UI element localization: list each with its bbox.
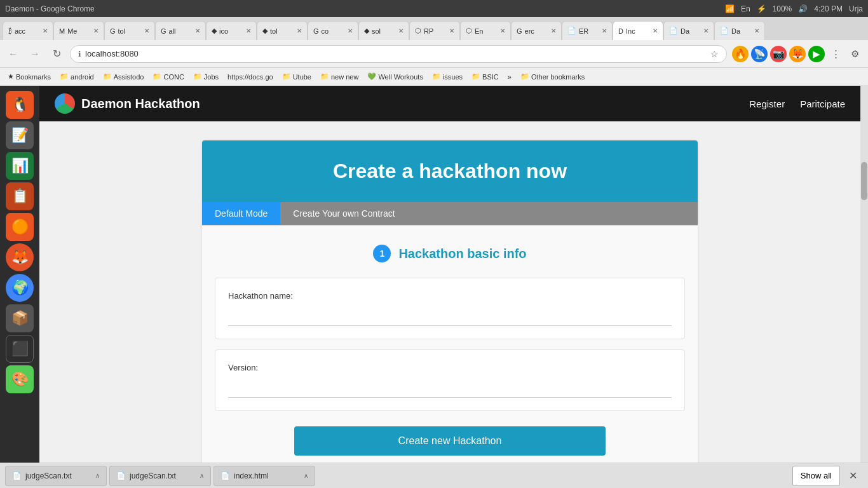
sidebar-icon-calc[interactable]: 📊 — [6, 152, 34, 180]
app-nav-links: Register Paritcipate — [749, 98, 845, 109]
sidebar-icon-impress[interactable]: 📋 — [6, 182, 34, 210]
browser-tab-t10[interactable]: ⬡En✕ — [460, 21, 511, 40]
sidebar-icon-store[interactable]: 🟠 — [6, 213, 34, 241]
browser-tab-t12[interactable]: 📄ER✕ — [562, 21, 613, 40]
folder-icon: 📁 — [282, 72, 291, 81]
hackathon-name-input[interactable] — [228, 306, 672, 326]
browser-tab-t1[interactable]: ₿acc✕ — [3, 21, 53, 40]
tab-custom-contract[interactable]: Create Your own Contract — [280, 202, 407, 225]
ext2-button[interactable]: 🦊 — [789, 46, 806, 62]
bookmark-label: Other bookmarks — [531, 73, 585, 81]
bookmark-newnew[interactable]: 📁 new new — [318, 71, 361, 82]
sidebar-icon-files[interactable]: 📝 — [6, 121, 34, 149]
bookmark-android[interactable]: 📁 android — [57, 71, 97, 82]
taskbar-item-judgescan2[interactable]: 📄 judgeScan.txt ∧ — [109, 466, 211, 486]
reload-button[interactable]: ↻ — [48, 46, 65, 62]
taskbar: 📄 judgeScan.txt ∧ 📄 judgeScan.txt ∧ 📄 in… — [0, 463, 868, 488]
sidebar-icon-firefox[interactable]: 🦊 — [6, 243, 34, 271]
folder-icon: 📁 — [520, 72, 529, 81]
browser-tab-t14[interactable]: 📄Da✕ — [663, 21, 714, 40]
back-button[interactable]: ← — [5, 46, 22, 62]
window-title: Daemon - Google Chrome — [5, 4, 95, 13]
version-group: Version: — [215, 349, 685, 411]
browser-window: ₿acc✕MMe✕Gtol✕Gall✕◆ico✕◆tol✕Gco✕◆sol✕⬡R… — [0, 17, 868, 488]
taskbar-item-index[interactable]: 📄 index.html ∧ — [214, 466, 315, 486]
taskbar-item-judgescan1[interactable]: 📄 judgeScan.txt ∧ — [5, 466, 107, 486]
ext3-button[interactable]: ▶ — [808, 46, 825, 62]
browser-tab-t8[interactable]: ◆sol✕ — [358, 21, 409, 40]
lang-indicator: En — [741, 4, 750, 13]
bookmark-jobs[interactable]: 📁 Jobs — [191, 71, 221, 82]
bookmarks-star-icon: ★ — [8, 72, 14, 81]
browser-tab-t4[interactable]: Gall✕ — [155, 21, 206, 40]
speaker-icon: 🔊 — [798, 4, 808, 13]
more-button[interactable]: ⋮ — [827, 46, 844, 62]
step-badge: 1 — [373, 245, 391, 262]
section-heading: Hackathon basic info — [398, 247, 526, 261]
browser-action-buttons: 🔥 📡 📷 🦊 ▶ ⋮ ⚙ — [732, 46, 863, 62]
bluetooth-icon: ⚡ — [757, 4, 766, 13]
sidebar-icon-chrome[interactable]: 🌍 — [6, 274, 34, 302]
bookmark-label: CONC — [163, 73, 184, 81]
bookmark-bsic[interactable]: 📁 BSIC — [469, 71, 501, 82]
forward-button[interactable]: → — [27, 46, 43, 62]
bookmark-bookmarks[interactable]: ★ Bookmarks — [5, 71, 53, 82]
create-hackathon-button[interactable]: Create new Hackathon — [294, 426, 606, 456]
nav-participate[interactable]: Paritcipate — [800, 98, 845, 109]
bookmark-utube[interactable]: 📁 Utube — [280, 71, 314, 82]
bookmark-label: new new — [331, 73, 358, 81]
browser-tab-t15[interactable]: 📄Da✕ — [714, 21, 765, 40]
desktop-sidebar: 🐧 📝 📊 📋 🟠 🦊 🌍 📦 ⬛ 🎨 — [0, 86, 39, 463]
sidebar-icon-software[interactable]: 📦 — [6, 304, 34, 332]
nav-register[interactable]: Register — [749, 98, 785, 109]
address-bar[interactable]: ℹ localhost:8080 ☆ — [70, 45, 727, 63]
bookmark-issues[interactable]: 📁 issues — [430, 71, 465, 82]
version-input[interactable] — [228, 377, 672, 398]
extensions-button[interactable]: 🔥 — [732, 46, 749, 62]
tab-default-mode[interactable]: Default Mode — [202, 202, 280, 225]
bookmark-conc[interactable]: 📁 CONC — [150, 71, 186, 82]
taskbar-close-icon[interactable]: ∧ — [200, 472, 204, 479]
battery-indicator: 100% — [773, 4, 792, 13]
bookmark-more[interactable]: » — [505, 72, 514, 82]
browser-tab-t11[interactable]: Gerc✕ — [511, 21, 562, 40]
taskbar-dismiss-button[interactable]: ✕ — [843, 466, 863, 486]
bookmark-workouts[interactable]: 💚 Well Workouts — [365, 71, 426, 82]
bookmark-other[interactable]: 📁 Other bookmarks — [518, 71, 587, 82]
taskbar-close-icon[interactable]: ∧ — [95, 472, 100, 479]
browser-tab-t9[interactable]: ⬡RP✕ — [409, 21, 460, 40]
scrollbar-thumb[interactable] — [861, 162, 867, 200]
bookmark-label: Bookmarks — [16, 73, 51, 81]
address-bar-row: ← → ↻ ℹ localhost:8080 ☆ 🔥 📡 📷 🦊 ▶ ⋮ ⚙ — [0, 40, 868, 68]
sidebar-icon-gimp[interactable]: 🎨 — [6, 365, 34, 393]
settings-button[interactable]: ⚙ — [846, 46, 863, 62]
browser-tab-t6[interactable]: ◆tol✕ — [257, 21, 308, 40]
browser-tab-t13[interactable]: DInc✕ — [613, 21, 663, 40]
os-title-bar: Daemon - Google Chrome 📶 En ⚡ 100% 🔊 4:2… — [0, 0, 868, 17]
browser-tab-t5[interactable]: ◆ico✕ — [206, 21, 257, 40]
cast-button[interactable]: 📡 — [751, 46, 768, 62]
browser-tab-t2[interactable]: MMe✕ — [53, 21, 104, 40]
bookmark-assistodo[interactable]: 📁 Assistodo — [100, 71, 147, 82]
sidebar-icon-terminal[interactable]: ⬛ — [6, 335, 34, 363]
taskbar-close-icon[interactable]: ∧ — [304, 472, 308, 479]
scrollbar[interactable] — [860, 86, 868, 463]
sidebar-icon-ubuntu[interactable]: 🐧 — [6, 91, 34, 119]
browser-tab-t7[interactable]: Gco✕ — [308, 21, 358, 40]
version-label: Version: — [228, 363, 672, 372]
bookmark-docs[interactable]: https://docs.go — [225, 72, 276, 82]
wifi-icon: 📶 — [725, 4, 735, 13]
folder-icon: 📁 — [193, 72, 202, 81]
bookmark-label: Jobs — [204, 73, 219, 81]
heart-icon: 💚 — [367, 72, 376, 81]
bookmark-label: » — [508, 73, 512, 81]
capture-button[interactable]: 📷 — [770, 46, 787, 62]
page-main: Create a hackathon now Default Mode Crea… — [39, 121, 860, 463]
browser-tab-t3[interactable]: Gtol✕ — [104, 21, 155, 40]
show-all-button[interactable]: Show all — [792, 466, 840, 486]
taskbar-item-label: judgeScan.txt — [130, 471, 176, 480]
bookmark-star-icon[interactable]: ☆ — [710, 49, 719, 59]
folder-icon: 📁 — [60, 72, 69, 81]
folder-icon: 📁 — [432, 72, 441, 81]
section-title: 1 Hackathon basic info — [215, 245, 685, 262]
